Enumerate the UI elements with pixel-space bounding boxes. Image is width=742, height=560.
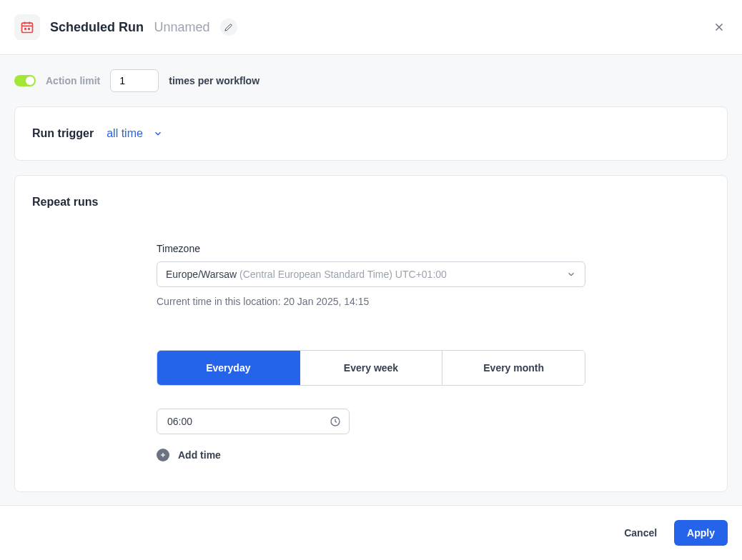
header-left: Scheduled Run Unnamed	[14, 14, 237, 40]
tab-every-week[interactable]: Every week	[300, 351, 443, 385]
modal-footer: Cancel Apply	[0, 505, 742, 560]
timezone-detail: (Central European Standard Time) UTC+01:…	[239, 269, 447, 280]
header-title-group: Scheduled Run Unnamed	[50, 19, 237, 36]
cancel-button[interactable]: Cancel	[621, 520, 660, 546]
frequency-tabs: Everyday Every week Every month	[157, 350, 585, 386]
action-limit-input[interactable]	[110, 69, 159, 92]
plus-icon	[157, 449, 169, 461]
time-input-group	[157, 409, 350, 434]
svg-point-5	[29, 29, 30, 30]
modal-header: Scheduled Run Unnamed	[0, 0, 742, 55]
timezone-main: Europe/Warsaw	[166, 269, 239, 280]
timezone-label: Timezone	[157, 243, 617, 254]
action-limit-toggle[interactable]	[14, 75, 36, 86]
repeat-runs-title: Repeat runs	[32, 196, 710, 209]
run-trigger-card: Run trigger all time	[14, 106, 728, 161]
add-time-label: Add time	[178, 449, 221, 461]
svg-point-4	[25, 29, 26, 30]
time-input[interactable]	[157, 409, 350, 434]
timezone-helper-text: Current time in this location: 20 Jan 20…	[157, 296, 617, 307]
chevron-down-icon	[153, 129, 163, 139]
tab-everyday[interactable]: Everyday	[157, 351, 300, 385]
run-trigger-dropdown[interactable]: all time	[107, 127, 163, 140]
tab-every-month[interactable]: Every month	[442, 351, 585, 385]
scheduled-run-icon	[14, 14, 40, 40]
apply-button[interactable]: Apply	[674, 520, 728, 546]
edit-name-button[interactable]	[220, 19, 237, 36]
svg-rect-0	[22, 23, 33, 32]
action-limit-suffix: times per workflow	[169, 75, 259, 86]
action-limit-row: Action limit times per workflow	[0, 55, 742, 106]
pencil-icon	[224, 24, 232, 31]
modal-subtitle: Unnamed	[154, 20, 209, 34]
add-time-button[interactable]: Add time	[157, 449, 617, 461]
modal-content: Action limit times per workflow Run trig…	[0, 55, 742, 505]
chevron-down-icon	[566, 269, 576, 279]
modal-title: Scheduled Run	[50, 20, 144, 34]
repeat-runs-card: Repeat runs Timezone Europe/Warsaw (Cent…	[14, 175, 728, 492]
timezone-value: Europe/Warsaw (Central European Standard…	[166, 269, 447, 280]
close-button[interactable]	[711, 19, 728, 36]
timezone-select[interactable]: Europe/Warsaw (Central European Standard…	[157, 261, 585, 287]
close-icon	[713, 21, 726, 34]
repeat-runs-body: Timezone Europe/Warsaw (Central European…	[32, 243, 617, 461]
run-trigger-title: Run trigger	[32, 127, 94, 140]
action-limit-label: Action limit	[46, 75, 100, 86]
run-trigger-value: all time	[107, 127, 143, 140]
